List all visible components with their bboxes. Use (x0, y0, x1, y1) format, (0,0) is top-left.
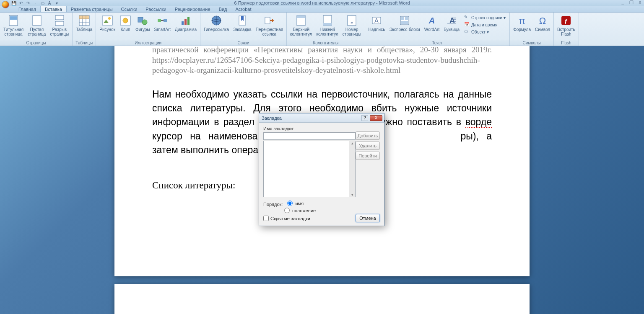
svg-text:A: A (375, 17, 379, 24)
tab-layout[interactable]: Разметка страницы (67, 6, 117, 12)
sort-name-radio[interactable] (287, 201, 293, 206)
cover-page-button[interactable]: Титульная страница (2, 13, 25, 38)
svg-rect-22 (184, 19, 187, 25)
bookmark-name-label: Имя закладки: (263, 126, 380, 131)
svg-rect-11 (102, 16, 112, 25)
pagenum-button[interactable]: #Номер страницы (341, 13, 363, 38)
svg-rect-38 (405, 17, 408, 20)
svg-point-17 (142, 20, 147, 25)
dropcap-button[interactable]: AБуквица (442, 13, 461, 33)
scroll-down-icon[interactable]: ▾ (351, 193, 353, 197)
tab-acrobat[interactable]: Acrobat (231, 6, 256, 12)
tab-insert[interactable]: Вставка (40, 5, 67, 12)
svg-rect-4 (55, 21, 64, 26)
crossref-button[interactable]: Перекрестная ссылка (254, 13, 285, 38)
wordart-button[interactable]: AWordArt (423, 13, 441, 33)
svg-text:A: A (449, 16, 455, 25)
scroll-up-icon[interactable]: ▴ (351, 141, 353, 145)
flash-button[interactable]: ƒВстроить Flash (556, 13, 577, 38)
svg-rect-39 (401, 21, 408, 24)
dialog-close-button[interactable]: X (370, 115, 382, 121)
object-icon: ▭ (464, 29, 470, 35)
delete-button[interactable]: Удалить (356, 142, 380, 150)
shapes-icon (137, 15, 148, 26)
object-button[interactable]: ▭Объект▾ (463, 28, 507, 35)
svg-point-13 (108, 17, 111, 20)
svg-text:#: # (351, 21, 353, 25)
pagenum-icon: # (346, 15, 358, 26)
undo-icon[interactable]: ↶ (18, 0, 24, 5)
picture-button[interactable]: Рисунок (98, 13, 117, 33)
dropdown-icon: ▾ (487, 30, 489, 34)
svg-text:ƒ: ƒ (564, 17, 568, 24)
ribbon-tabs: Главная Вставка Разметка страницы Ссылки… (0, 6, 644, 13)
bookmark-button[interactable]: Закладка (231, 13, 253, 33)
group-headerfooter: Колонтитулы (287, 40, 364, 46)
scrollbar[interactable]: ▴▾ (349, 141, 355, 197)
svg-rect-18 (158, 19, 161, 22)
bookmark-dialog: Закладка ? X Имя закладки: ▴▾ Добавить У… (259, 113, 384, 226)
minimize-button[interactable]: _ (622, 0, 624, 5)
sort-location-radio[interactable] (284, 208, 290, 213)
group-pages: Страницы (0, 40, 72, 46)
svg-rect-37 (401, 17, 404, 20)
quickparts-icon (399, 15, 410, 26)
group-links: Связи (200, 40, 286, 46)
tab-home[interactable]: Главная (14, 6, 40, 12)
add-button[interactable]: Добавить (356, 131, 380, 140)
symbol-button[interactable]: ΩСимвол (533, 13, 552, 33)
shapes-button[interactable]: Фигуры (134, 13, 151, 33)
tab-review[interactable]: Рецензирование (171, 6, 215, 12)
hyperlink-button[interactable]: Гиперссылка (202, 13, 231, 33)
blank-page-button[interactable]: Пустая страница (26, 13, 47, 38)
clip-button[interactable]: Клип (118, 13, 133, 33)
dialog-title: Закладка (262, 116, 282, 121)
equation-button[interactable]: πФормула (512, 13, 532, 33)
crossref-icon (263, 15, 275, 26)
tab-view[interactable]: Вид (215, 6, 231, 12)
cancel-button[interactable]: Отмена (356, 214, 380, 222)
smartart-button[interactable]: SmartArt (153, 13, 172, 33)
save-icon[interactable]: 💾 (11, 0, 17, 5)
hidden-bookmarks-checkbox[interactable] (263, 216, 269, 221)
page-break-button[interactable]: Разрыв страницы (48, 13, 70, 38)
datetime-button[interactable]: 📅Дата и время (463, 21, 507, 28)
dialog-titlebar[interactable]: Закладка ? X (259, 113, 384, 123)
tab-references[interactable]: Ссылки (117, 6, 142, 12)
svg-rect-21 (182, 21, 184, 25)
tab-mailings[interactable]: Рассылки (141, 6, 170, 12)
goto-button[interactable]: Перейти (356, 152, 380, 160)
bookmark-list[interactable]: ▴▾ (263, 141, 356, 197)
table-icon (78, 15, 90, 26)
footer-button[interactable]: Нижний колонтитул (314, 13, 340, 38)
dialog-help-button[interactable]: ? (361, 115, 368, 121)
svg-text:A: A (428, 16, 435, 25)
qat-sep: · (32, 0, 38, 5)
textbox-button[interactable]: AНадпись (367, 13, 387, 33)
chart-button[interactable]: Диаграмма (173, 13, 198, 33)
table-button[interactable]: Таблица (74, 13, 94, 33)
quickparts-button[interactable]: Экспресс-блоки (387, 13, 421, 33)
svg-rect-3 (55, 15, 64, 20)
blank-page-icon (31, 15, 43, 26)
svg-text:π: π (519, 15, 525, 26)
svg-rect-10 (79, 15, 89, 19)
signature-line-button[interactable]: ✎Строка подписи▾ (463, 14, 507, 21)
cover-page-icon (8, 15, 19, 26)
title-bar: 💾 ↶ ↷ · ▭ A ▾ 6 Пример подготовки ссылки… (0, 0, 644, 6)
print-preview-icon[interactable]: ▭ (39, 0, 45, 5)
restore-button[interactable]: ❐ (629, 0, 634, 5)
svg-rect-29 (297, 15, 305, 18)
header-button[interactable]: Верхний колонтитул (288, 13, 314, 38)
doc-gray-text: практической конференции «Перспективы ра… (152, 46, 492, 76)
calendar-icon: 📅 (464, 22, 470, 28)
wordart-icon: A (426, 15, 438, 26)
office-button[interactable] (2, 1, 9, 8)
symbol-icon: Ω (537, 15, 548, 26)
qat-dropdown-icon[interactable]: ▾ (54, 0, 60, 5)
close-button[interactable]: X (639, 0, 641, 5)
group-flash: Flash (554, 40, 579, 46)
font-color-icon[interactable]: A (47, 0, 52, 5)
bookmark-name-input[interactable] (263, 132, 356, 140)
redo-icon[interactable]: ↷ (25, 0, 31, 5)
